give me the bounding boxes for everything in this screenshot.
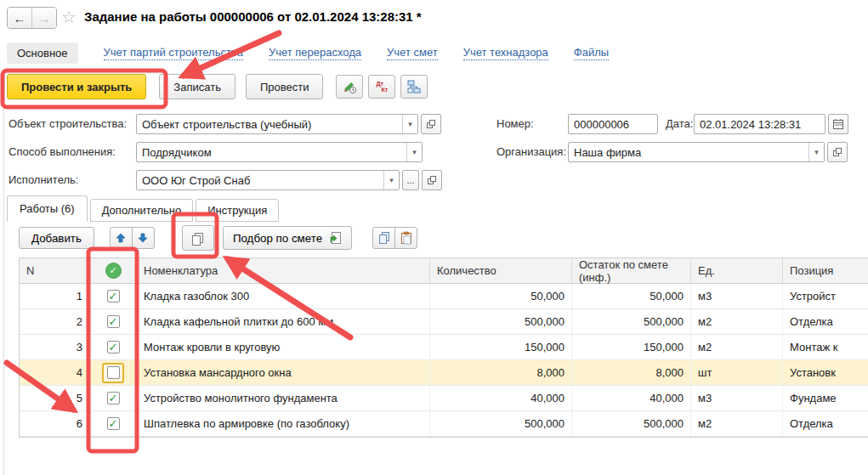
- move-down-button[interactable]: [132, 227, 155, 249]
- cell-position[interactable]: Монтаж к: [783, 335, 868, 359]
- executor-dropdown-icon[interactable]: ▾: [383, 171, 399, 189]
- row-checkbox[interactable]: ✓: [107, 417, 120, 430]
- cell-position[interactable]: Фундаме: [783, 386, 868, 410]
- cell-unit[interactable]: шт: [691, 360, 783, 385]
- method-dropdown-icon[interactable]: ▾: [406, 143, 422, 161]
- row-checkbox[interactable]: ✓: [107, 290, 120, 303]
- executor-input[interactable]: ООО Юг Строй Снаб ▾: [136, 170, 400, 190]
- org-input[interactable]: Наша фирма ▾: [568, 142, 825, 162]
- method-input[interactable]: Подрядчиком ▾: [136, 142, 423, 162]
- cell-rest[interactable]: 8,000: [572, 360, 691, 385]
- row-checkbox[interactable]: ✓: [107, 315, 120, 328]
- executor-open-button[interactable]: [422, 170, 442, 190]
- table-row[interactable]: 6 ✓ Шпатлевка по армировке (по газоблоку…: [20, 411, 868, 437]
- cell-nomenclature[interactable]: Устройство монолитного фундамента: [137, 386, 430, 410]
- table-row[interactable]: 5 ✓ Устройство монолитного фундамента 40…: [20, 386, 868, 411]
- cell-unit[interactable]: м2: [691, 335, 783, 359]
- cell-position[interactable]: Устройст: [783, 284, 868, 308]
- cell-nomenclature[interactable]: Кладка кафельной плитки до 600 мм: [137, 309, 430, 334]
- forward-button[interactable]: →: [32, 8, 56, 28]
- back-button[interactable]: ←: [8, 8, 32, 28]
- cell-position[interactable]: Установк: [783, 360, 868, 385]
- cell-position[interactable]: Отделка: [783, 411, 868, 436]
- column-header-rest[interactable]: Остаток по смете (инф.): [572, 258, 691, 283]
- cell-rest[interactable]: 40,000: [572, 386, 691, 410]
- cell-unit[interactable]: м2: [691, 309, 783, 334]
- cell-rest[interactable]: 500,000: [572, 411, 691, 436]
- method-label: Способ выполнения:: [9, 145, 116, 158]
- post-and-close-button[interactable]: Провести и закрыть: [7, 74, 146, 99]
- cell-unit[interactable]: м2: [691, 411, 783, 436]
- link-uchet-smet[interactable]: Учет смет: [387, 46, 438, 60]
- cell-quantity[interactable]: 8,000: [430, 360, 572, 385]
- add-row-button[interactable]: Добавить: [19, 227, 94, 249]
- tab-dopolnitelno[interactable]: Дополнительно: [90, 199, 194, 222]
- column-header-unit[interactable]: Ед.: [691, 258, 783, 283]
- move-up-button[interactable]: [110, 227, 133, 249]
- check-icon: ✓: [109, 418, 118, 429]
- calendar-button[interactable]: [828, 114, 848, 134]
- column-header-position[interactable]: Позиция: [783, 258, 868, 283]
- document-structure-button[interactable]: [400, 75, 428, 99]
- copy-button[interactable]: [372, 227, 395, 249]
- link-faily[interactable]: Файлы: [574, 46, 609, 60]
- tab-osnovnoe[interactable]: Основное: [7, 42, 78, 64]
- column-header-n[interactable]: N: [20, 258, 90, 283]
- row-checkbox[interactable]: ✓: [107, 341, 120, 353]
- object-open-button[interactable]: [421, 114, 441, 134]
- object-input[interactable]: Объект строительства (учебный) ▾: [136, 114, 418, 134]
- paste-button[interactable]: [394, 227, 417, 249]
- cell-nomenclature[interactable]: Шпатлевка по армировке (по газоблоку): [137, 411, 430, 436]
- column-header-nomenclature[interactable]: Номенклатура: [137, 258, 430, 283]
- check-icon: ✓: [109, 291, 118, 302]
- cell-nomenclature[interactable]: Монтаж кровли в круговую: [137, 335, 430, 359]
- org-label: Организация:: [496, 145, 566, 158]
- date-input[interactable]: 02.01.2024 13:28:31: [694, 114, 825, 134]
- cell-unit[interactable]: м3: [691, 284, 783, 308]
- column-header-check[interactable]: ✓: [90, 258, 137, 283]
- cell-quantity[interactable]: 40,000: [430, 386, 572, 410]
- link-uchet-partiy[interactable]: Учет партий строительства: [104, 46, 243, 60]
- table-row-selected[interactable]: 4 ✓ Установка мансардного окна 8,000 8,0…: [20, 360, 868, 386]
- table-row[interactable]: 2 ✓ Кладка кафельной плитки до 600 мм 50…: [20, 309, 868, 335]
- row-checkbox[interactable]: ✓: [107, 392, 120, 404]
- check-icon: ✓: [109, 316, 118, 327]
- cell-quantity[interactable]: 500,000: [430, 411, 572, 436]
- object-dropdown-icon[interactable]: ▾: [402, 115, 417, 133]
- tab-instrukciya[interactable]: Инструкция: [196, 199, 279, 222]
- table-toolbar: Добавить Подбор по смете: [19, 224, 417, 252]
- set-time-button[interactable]: [336, 75, 363, 99]
- row-checkbox[interactable]: ✓: [107, 366, 120, 379]
- cell-nomenclature[interactable]: Установка мансардного окна: [137, 360, 430, 385]
- post-button[interactable]: Провести: [246, 74, 324, 99]
- cell-rest[interactable]: 150,000: [572, 335, 691, 359]
- paste-icon: [400, 231, 413, 245]
- cell-position[interactable]: Отделка: [783, 309, 868, 334]
- table-row[interactable]: 3 ✓ Монтаж кровли в круговую 150,000 150…: [20, 335, 868, 360]
- link-uchet-tehnadzora[interactable]: Учет технадзора: [463, 46, 548, 60]
- number-input[interactable]: 000000006: [568, 114, 658, 134]
- column-header-quantity[interactable]: Количество: [430, 258, 572, 283]
- cell-quantity[interactable]: 500,000: [430, 309, 572, 334]
- document-window: ← → ☆ Задание на работы 000000006 от 02.…: [0, 0, 868, 475]
- arrow-up-icon: [116, 233, 126, 243]
- executor-value: ООО Юг Строй Снаб: [137, 174, 383, 187]
- org-dropdown-icon[interactable]: ▾: [808, 143, 824, 161]
- table-row[interactable]: 1 ✓ Кладка газоблок 300 50,000 50,000 м3…: [20, 284, 868, 309]
- org-open-button[interactable]: [827, 142, 848, 162]
- cell-rest[interactable]: 50,000: [572, 284, 691, 308]
- cell-unit[interactable]: м3: [691, 386, 783, 410]
- executor-choose-button[interactable]: ...: [402, 170, 419, 190]
- cell-quantity[interactable]: 50,000: [430, 284, 572, 308]
- check-icon: ✓: [109, 393, 118, 404]
- pick-from-estimate-button[interactable]: Подбор по смете: [223, 226, 352, 250]
- cell-rest[interactable]: 500,000: [572, 309, 691, 334]
- favorite-star-icon[interactable]: ☆: [61, 7, 77, 27]
- save-button[interactable]: Записать: [159, 74, 235, 99]
- link-uchet-pererashoda[interactable]: Учет перерасхода: [269, 46, 361, 60]
- cell-nomenclature[interactable]: Кладка газоблок 300: [137, 284, 430, 308]
- tab-raboty[interactable]: Работы (6): [7, 195, 88, 222]
- cell-quantity[interactable]: 150,000: [430, 335, 572, 359]
- dt-kt-postings-button[interactable]: ДтКт: [368, 75, 395, 99]
- duplicate-row-button[interactable]: [182, 225, 214, 251]
